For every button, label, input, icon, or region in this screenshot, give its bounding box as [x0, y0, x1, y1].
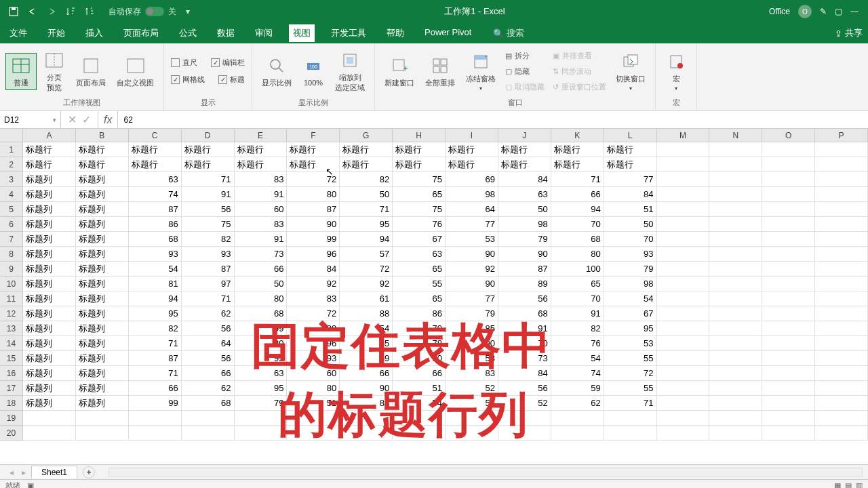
share-button[interactable]: ⇪ 共享 — [835, 27, 863, 39]
cell[interactable]: 56 — [498, 291, 551, 306]
switch-windows-button[interactable]: 切换窗口▾ — [612, 49, 650, 93]
cell[interactable]: 标题列 — [76, 396, 129, 411]
cell[interactable]: 71 — [551, 172, 604, 187]
cell[interactable]: 99 — [235, 321, 288, 336]
cell[interactable]: 91 — [235, 187, 288, 202]
cell[interactable] — [815, 366, 868, 381]
cell[interactable]: 75 — [393, 172, 446, 187]
cell[interactable]: 90 — [287, 217, 340, 232]
cell[interactable]: 81 — [129, 277, 182, 291]
cell[interactable]: 51 — [604, 202, 657, 217]
macro-record-icon[interactable]: ▣ — [27, 481, 34, 488]
cell[interactable]: 91 — [182, 187, 235, 202]
cell[interactable]: 95 — [129, 306, 182, 321]
cell[interactable]: 标题列 — [76, 247, 129, 262]
cell[interactable]: 87 — [287, 202, 340, 217]
normal-view-icon[interactable]: ▦ — [834, 481, 841, 488]
cell[interactable]: 标题列 — [76, 262, 129, 277]
cell[interactable]: 77 — [446, 291, 498, 306]
enter-icon[interactable]: ✓ — [82, 113, 91, 126]
cell[interactable]: 51 — [393, 381, 446, 396]
cell[interactable]: 标题行 — [76, 142, 129, 157]
cell[interactable]: 86 — [129, 217, 182, 232]
cell[interactable]: 53 — [446, 396, 498, 411]
row-header[interactable]: 1 — [0, 142, 23, 157]
cell[interactable]: 70 — [604, 232, 657, 247]
cell[interactable]: 标题行 — [235, 157, 288, 172]
cell[interactable]: 100 — [551, 262, 604, 277]
cell[interactable]: 94 — [129, 291, 182, 306]
column-header[interactable]: C — [129, 129, 182, 142]
zoom-button[interactable]: 显示比例 — [258, 54, 296, 89]
cell[interactable] — [762, 321, 815, 336]
toggle-switch[interactable] — [145, 7, 164, 16]
cell[interactable]: 66 — [182, 366, 235, 381]
cell[interactable] — [498, 411, 551, 426]
cell[interactable]: 标题行 — [498, 142, 551, 157]
cell[interactable] — [709, 396, 762, 411]
cell[interactable] — [709, 291, 762, 306]
column-header[interactable]: B — [76, 129, 129, 142]
column-header[interactable]: E — [235, 129, 288, 142]
cell[interactable]: 59 — [551, 381, 604, 396]
cell[interactable]: 标题行 — [23, 157, 76, 172]
cell[interactable] — [709, 187, 762, 202]
cell[interactable] — [657, 426, 710, 441]
cell[interactable]: 标题行 — [235, 142, 288, 157]
cell[interactable] — [657, 172, 710, 187]
ruler-checkbox[interactable]: 直尺 — [170, 56, 199, 69]
cell[interactable] — [762, 247, 815, 262]
cell[interactable] — [604, 426, 657, 441]
freeze-panes-button[interactable]: *冻结窗格▾ — [462, 49, 500, 93]
cell[interactable]: 75 — [182, 217, 235, 232]
cell[interactable]: 66 — [235, 262, 288, 277]
cell[interactable]: 标题行 — [182, 142, 235, 157]
cell[interactable]: 93 — [604, 247, 657, 262]
cell[interactable] — [709, 247, 762, 262]
undo-button[interactable] — [26, 5, 39, 18]
cancel-icon[interactable]: ✕ — [68, 113, 77, 126]
row-header[interactable]: 13 — [0, 321, 23, 336]
cell[interactable]: 79 — [498, 232, 551, 247]
column-header[interactable]: D — [182, 129, 235, 142]
cell[interactable]: 84 — [498, 172, 551, 187]
cell[interactable]: 79 — [604, 262, 657, 277]
row-header[interactable]: 9 — [0, 262, 23, 277]
headings-checkbox[interactable]: ✓标题 — [217, 73, 246, 86]
cell[interactable]: 83 — [340, 396, 393, 411]
cell[interactable]: 95 — [235, 351, 288, 366]
cell[interactable]: 53 — [604, 336, 657, 351]
row-header[interactable]: 3 — [0, 172, 23, 187]
cell[interactable]: 80 — [235, 291, 288, 306]
cell[interactable]: 标题行 — [340, 157, 393, 172]
column-header[interactable]: P — [815, 129, 868, 142]
cell[interactable]: 91 — [235, 232, 288, 247]
cell[interactable] — [76, 411, 129, 426]
cell[interactable] — [815, 142, 868, 157]
cell[interactable]: 54 — [393, 396, 446, 411]
cell[interactable] — [709, 157, 762, 172]
column-header[interactable]: O — [762, 129, 815, 142]
column-header[interactable]: M — [657, 129, 710, 142]
cell[interactable] — [709, 306, 762, 321]
cell[interactable]: 71 — [604, 396, 657, 411]
cell[interactable]: 标题列 — [23, 202, 76, 217]
cell[interactable]: 68 — [235, 306, 288, 321]
cell[interactable] — [340, 426, 393, 441]
cell[interactable]: 50 — [498, 202, 551, 217]
cell[interactable]: 标题行 — [393, 157, 446, 172]
cell[interactable]: 71 — [182, 172, 235, 187]
cell[interactable] — [762, 291, 815, 306]
cell[interactable]: 89 — [498, 277, 551, 291]
row-header[interactable]: 2 — [0, 157, 23, 172]
cell[interactable]: 98 — [604, 277, 657, 291]
cell[interactable]: 71 — [129, 336, 182, 351]
cell[interactable]: 标题列 — [23, 351, 76, 366]
cell[interactable]: 标题列 — [76, 366, 129, 381]
menu-item-10[interactable]: Power Pivot — [420, 24, 475, 42]
cell[interactable]: 标题行 — [498, 157, 551, 172]
cell[interactable] — [657, 351, 710, 366]
cell[interactable]: 95 — [340, 217, 393, 232]
column-header[interactable]: H — [393, 129, 446, 142]
cell[interactable]: 82 — [340, 172, 393, 187]
